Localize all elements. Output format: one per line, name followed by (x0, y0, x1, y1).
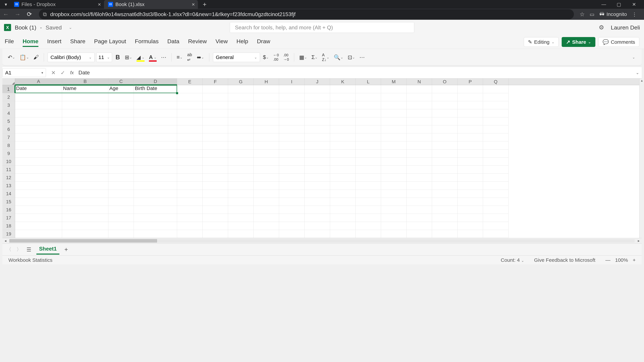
cell-C5[interactable] (108, 117, 134, 125)
cell-P1[interactable] (458, 85, 483, 93)
new-tab-button[interactable]: + (201, 1, 208, 8)
cell-Q18[interactable] (483, 222, 508, 230)
cell-N16[interactable] (406, 206, 432, 214)
cell-M3[interactable] (381, 101, 406, 109)
increase-decimal-button[interactable]: ←0.00 (272, 53, 280, 62)
cell-Q14[interactable] (483, 190, 508, 198)
cell-L15[interactable] (356, 198, 381, 206)
cell-B6[interactable] (62, 125, 108, 133)
cell-C2[interactable] (108, 93, 134, 101)
cell-Q2[interactable] (483, 93, 508, 101)
cell-B11[interactable] (62, 166, 108, 174)
vertical-scrollbar[interactable]: ▴ (639, 78, 644, 238)
col-header-C[interactable]: C (108, 78, 134, 85)
cell-Q9[interactable] (483, 149, 508, 158)
cell-E14[interactable] (177, 190, 202, 198)
autosum-button[interactable]: Σ⌄ (310, 53, 319, 62)
cell-C8[interactable] (108, 141, 134, 149)
cell-J7[interactable] (304, 133, 330, 141)
cell-C12[interactable] (108, 174, 134, 182)
row-header-12[interactable]: 12 (2, 174, 15, 182)
bookmark-icon[interactable]: ☆ (580, 11, 585, 17)
settings-icon[interactable]: ⚙ (599, 24, 604, 31)
cell-K15[interactable] (330, 198, 356, 206)
cell-H19[interactable] (254, 230, 279, 238)
tab-draw[interactable]: Draw (257, 37, 270, 47)
cell-F10[interactable] (202, 158, 228, 166)
cell-J8[interactable] (304, 141, 330, 149)
cell-M16[interactable] (381, 206, 406, 214)
prev-sheet-button[interactable]: 〈 (6, 246, 12, 253)
cell-A11[interactable] (15, 166, 62, 174)
cell-P5[interactable] (458, 117, 483, 125)
col-header-P[interactable]: P (458, 78, 483, 85)
tab-home[interactable]: Home (23, 37, 38, 47)
row-header-14[interactable]: 14 (2, 190, 15, 198)
cell-E13[interactable] (177, 182, 202, 190)
incognito-indicator[interactable]: 🕶 Incognito (600, 11, 627, 17)
cell-P14[interactable] (458, 190, 483, 198)
cell-B1[interactable]: Name (62, 85, 108, 93)
cell-L11[interactable] (356, 166, 381, 174)
cell-D1[interactable]: Birth Date (134, 85, 177, 93)
cell-M13[interactable] (381, 182, 406, 190)
col-header-B[interactable]: B (62, 78, 108, 85)
col-header-F[interactable]: F (202, 78, 228, 85)
cell-F12[interactable] (202, 174, 228, 182)
zoom-level[interactable]: 100% (615, 257, 628, 263)
cell-L17[interactable] (356, 214, 381, 222)
scroll-left-icon[interactable]: ◂ (2, 239, 8, 243)
cell-H10[interactable] (254, 158, 279, 166)
cell-O7[interactable] (432, 133, 458, 141)
font-color-button[interactable]: A⌄ (148, 53, 158, 62)
row-header-7[interactable]: 7 (2, 133, 15, 141)
cell-N5[interactable] (406, 117, 432, 125)
cell-J18[interactable] (304, 222, 330, 230)
cell-J1[interactable] (304, 85, 330, 93)
cell-F4[interactable] (202, 109, 228, 117)
cell-F6[interactable] (202, 125, 228, 133)
fx-icon[interactable]: fx (70, 70, 74, 75)
cell-K18[interactable] (330, 222, 356, 230)
cell-H6[interactable] (254, 125, 279, 133)
cell-D10[interactable] (134, 158, 177, 166)
share-button[interactable]: ↗ Share ⌄ (562, 37, 595, 47)
cell-P15[interactable] (458, 198, 483, 206)
find-button[interactable]: 🔍⌄ (332, 53, 345, 62)
cell-L8[interactable] (356, 141, 381, 149)
cell-K11[interactable] (330, 166, 356, 174)
cell-G2[interactable] (228, 93, 254, 101)
cell-A9[interactable] (15, 149, 62, 158)
tab-help[interactable]: Help (236, 37, 248, 47)
editing-mode-button[interactable]: ✎ Editing ⌄ (524, 37, 559, 47)
row-header-18[interactable]: 18 (2, 222, 15, 230)
cell-E19[interactable] (177, 230, 202, 238)
cell-E6[interactable] (177, 125, 202, 133)
cell-G4[interactable] (228, 109, 254, 117)
cell-I7[interactable] (279, 133, 304, 141)
cell-G16[interactable] (228, 206, 254, 214)
number-format-select[interactable]: General⌄ (213, 53, 260, 62)
scroll-thumb[interactable] (10, 239, 157, 243)
search-input[interactable]: Search for tools, help, and more (Alt + … (230, 22, 414, 33)
cell-C16[interactable] (108, 206, 134, 214)
cell-K1[interactable] (330, 85, 356, 93)
font-size-select[interactable]: 11⌄ (96, 53, 112, 62)
all-sheets-icon[interactable]: ☰ (26, 246, 31, 253)
cell-H3[interactable] (254, 101, 279, 109)
cell-F2[interactable] (202, 93, 228, 101)
cell-N11[interactable] (406, 166, 432, 174)
col-header-N[interactable]: N (406, 78, 432, 85)
tab-insert[interactable]: Insert (47, 37, 62, 47)
cell-O18[interactable] (432, 222, 458, 230)
row-header-9[interactable]: 9 (2, 149, 15, 158)
cell-M5[interactable] (381, 117, 406, 125)
cell-J9[interactable] (304, 149, 330, 158)
col-header-H[interactable]: H (254, 78, 279, 85)
cell-C15[interactable] (108, 198, 134, 206)
cell-F14[interactable] (202, 190, 228, 198)
cell-G9[interactable] (228, 149, 254, 158)
cell-J19[interactable] (304, 230, 330, 238)
format-painter-button[interactable]: 🖌 (32, 53, 40, 62)
cell-C6[interactable] (108, 125, 134, 133)
